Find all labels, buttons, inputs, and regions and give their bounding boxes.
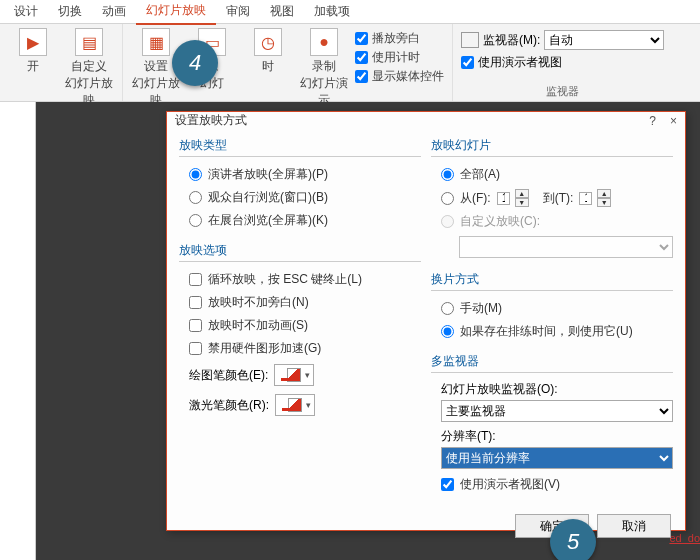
tab-design[interactable]: 设计 (4, 0, 48, 24)
ribbon-group-monitor: 监视器(M): 自动 使用演示者视图 监视器 (453, 24, 672, 101)
cancel-button[interactable]: 取消 (597, 514, 671, 538)
custom-show-select (459, 236, 673, 258)
chk-presenter-dlg[interactable]: 使用演示者视图(V) (431, 473, 673, 496)
advance-group: 换片方式 手动(M) 如果存在排练时间，则使用它(U) (431, 271, 673, 343)
dialog-right-column: 放映幻灯片 全部(A) 从(F): ▲▼ 到(T): ▲▼ 自定义放映(C): … (431, 137, 673, 496)
chk-presenter-view[interactable]: 使用演示者视图 (461, 54, 664, 71)
resolution-label: 分辨率(T): (431, 426, 673, 447)
record-icon: ● (310, 28, 338, 56)
tab-transition[interactable]: 切换 (48, 0, 92, 24)
step-badge-4: 4 (172, 40, 218, 86)
monitors-group: 多监视器 幻灯片放映监视器(O): 主要监视器 分辨率(T): 使用当前分辨率 … (431, 353, 673, 496)
thumbnail-strip[interactable] (0, 102, 36, 560)
from-spinner[interactable]: ▲▼ (515, 189, 529, 207)
pen-color-row: 绘图笔颜色(E): (179, 360, 421, 390)
radio-presenter[interactable]: 演讲者放映(全屏幕)(P) (179, 163, 421, 186)
show-type-group: 放映类型 演讲者放映(全屏幕)(P) 观众自行浏览(窗口)(B) 在展台浏览(全… (179, 137, 421, 232)
ribbon-group-start: ▶开 ▤自定义 幻灯片放映 (0, 24, 123, 101)
radio-timings[interactable]: 如果存在排练时间，则使用它(U) (431, 320, 673, 343)
chk-no-animation[interactable]: 放映时不加动画(S) (179, 314, 421, 337)
dialog-title: 设置放映方式 (175, 112, 247, 129)
setup-icon: ▦ (142, 28, 170, 56)
close-button[interactable]: × (670, 114, 677, 128)
rehearse-button[interactable]: ◷时 (243, 28, 293, 75)
show-options-group: 放映选项 循环放映，按 ESC 键终止(L) 放映时不加旁白(N) 放映时不加动… (179, 242, 421, 420)
custom-slideshow-button[interactable]: ▤自定义 幻灯片放映 (64, 28, 114, 109)
radio-range[interactable]: 从(F): ▲▼ 到(T): ▲▼ (431, 186, 673, 210)
setup-checks: 播放旁白 使用计时 显示媒体控件 (355, 28, 444, 85)
group-label-monitor: 监视器 (546, 82, 579, 101)
dialog-titlebar: 设置放映方式 ? × (167, 112, 685, 129)
to-input[interactable] (579, 192, 592, 205)
setup-show-dialog: 设置放映方式 ? × 放映类型 演讲者放映(全屏幕)(P) 观众自行浏览(窗口)… (166, 111, 686, 531)
chk-narration[interactable]: 播放旁白 (355, 30, 444, 47)
dialog-left-column: 放映类型 演讲者放映(全屏幕)(P) 观众自行浏览(窗口)(B) 在展台浏览(全… (179, 137, 421, 496)
chk-timing[interactable]: 使用计时 (355, 49, 444, 66)
chk-no-hwaccel[interactable]: 禁用硬件图形加速(G) (179, 337, 421, 360)
show-slides-group: 放映幻灯片 全部(A) 从(F): ▲▼ 到(T): ▲▼ 自定义放映(C): (431, 137, 673, 261)
record-button[interactable]: ●录制 幻灯片演示 (299, 28, 349, 109)
tab-view[interactable]: 视图 (260, 0, 304, 24)
play-icon: ▶ (19, 28, 47, 56)
ribbon: ▶开 ▤自定义 幻灯片放映 ▦设置 幻灯片放映 ▭隐 幻灯 ◷时 ●录制 幻灯片… (0, 24, 700, 102)
dialog-buttons: 确定 取消 (167, 504, 685, 548)
monitor-icon (461, 32, 479, 48)
radio-manual[interactable]: 手动(M) (431, 297, 673, 320)
clock-icon: ◷ (254, 28, 282, 56)
to-spinner[interactable]: ▲▼ (597, 189, 611, 207)
from-input[interactable] (497, 192, 510, 205)
chk-media[interactable]: 显示媒体控件 (355, 68, 444, 85)
radio-browsed[interactable]: 观众自行浏览(窗口)(B) (179, 186, 421, 209)
pen-color-button[interactable] (274, 364, 314, 386)
chk-no-narration[interactable]: 放映时不加旁白(N) (179, 291, 421, 314)
radio-kiosk[interactable]: 在展台浏览(全屏幕)(K) (179, 209, 421, 232)
radio-all[interactable]: 全部(A) (431, 163, 673, 186)
laser-color-row: 激光笔颜色(R): (179, 390, 421, 420)
tab-review[interactable]: 审阅 (216, 0, 260, 24)
tab-animation[interactable]: 动画 (92, 0, 136, 24)
show-monitor-label: 幻灯片放映监视器(O): (431, 379, 673, 400)
step-badge-5: 5 (550, 519, 596, 560)
chk-loop[interactable]: 循环放映，按 ESC 键终止(L) (179, 268, 421, 291)
ribbon-tabs: 设计 切换 动画 幻灯片放映 审阅 视图 加载项 (0, 0, 700, 24)
show-monitor-select[interactable]: 主要监视器 (441, 400, 673, 422)
tab-addins[interactable]: 加载项 (304, 0, 360, 24)
slides-icon: ▤ (75, 28, 103, 56)
start-slideshow-button[interactable]: ▶开 (8, 28, 58, 75)
help-button[interactable]: ? (649, 114, 656, 128)
laser-color-button[interactable] (275, 394, 315, 416)
resolution-select[interactable]: 使用当前分辨率 (441, 447, 673, 469)
tab-slideshow[interactable]: 幻灯片放映 (136, 0, 216, 25)
monitor-select[interactable]: 自动 (544, 30, 664, 50)
radio-custom: 自定义放映(C): (431, 210, 673, 233)
monitor-label: 监视器(M): (483, 32, 540, 49)
